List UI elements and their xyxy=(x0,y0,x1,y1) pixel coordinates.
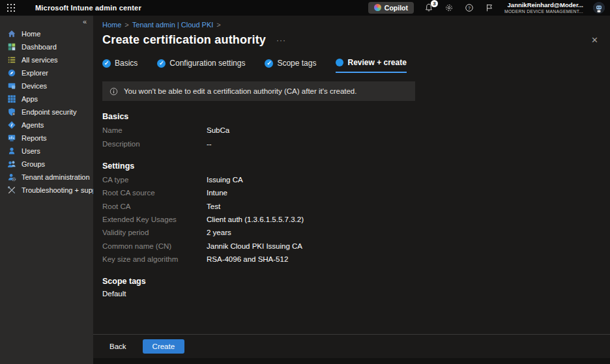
row-label: Common name (CN) xyxy=(102,242,207,250)
summary-row: Validity period 2 years xyxy=(102,226,610,239)
avatar[interactable] xyxy=(593,2,605,14)
sidebar-item-label: Tenant administration xyxy=(22,173,90,181)
sidebar-item-users[interactable]: Users xyxy=(0,145,93,158)
explorer-icon xyxy=(7,68,16,77)
tab-review-create[interactable]: Review + create xyxy=(336,58,406,73)
avatar-image xyxy=(593,2,605,14)
apps-icon xyxy=(7,94,16,104)
summary-row: Key size and algorithm RSA-4096 and SHA-… xyxy=(102,253,610,266)
copilot-icon xyxy=(374,4,381,11)
bottom-strip xyxy=(93,358,610,364)
summary-row: Root CA Test xyxy=(102,200,610,213)
sidebar-item-tenant-administration[interactable]: Tenant administration xyxy=(0,171,93,184)
sidebar-item-troubleshooting[interactable]: Troubleshooting + support xyxy=(0,184,93,197)
sidebar-item-all-services[interactable]: All services xyxy=(0,53,93,66)
waffle-grid-icon xyxy=(7,4,15,12)
devices-icon xyxy=(7,81,16,91)
sidebar-item-label: Devices xyxy=(22,82,47,90)
settings-button[interactable] xyxy=(444,3,454,13)
back-button[interactable]: Back xyxy=(102,339,134,354)
row-value: Jannik Cloud PKI Issuing CA xyxy=(207,242,302,250)
tab-label: Configuration settings xyxy=(169,59,245,68)
row-label: Validity period xyxy=(102,229,207,236)
breadcrumb: Home>Tenant admin | Cloud PKI> xyxy=(93,16,610,29)
groups-icon xyxy=(7,160,16,169)
sidebar-item-agents[interactable]: Agents xyxy=(0,119,93,132)
create-button[interactable]: Create xyxy=(143,339,185,354)
topbar-actions: Copilot 3 ? Jan xyxy=(368,1,605,14)
breadcrumb-cloud-pki-link[interactable]: Tenant admin | Cloud PKI xyxy=(132,21,214,29)
tab-basics[interactable]: ✓ Basics xyxy=(102,58,138,73)
sidebar-item-label: Groups xyxy=(22,160,45,168)
tab-label: Review + create xyxy=(347,58,406,67)
account-menu[interactable]: JannikReinhard@Moder... MODERN DEVICE MA… xyxy=(504,1,583,14)
row-label: CA type xyxy=(102,176,207,184)
wizard-footer: Back Create xyxy=(93,334,610,358)
breadcrumb-separator: > xyxy=(124,21,128,29)
notifications-button[interactable]: 3 xyxy=(424,3,434,13)
sidebar: « Home Dashboard xyxy=(0,16,93,364)
info-banner: You won't be able to edit a certificatio… xyxy=(102,81,415,101)
sidebar-item-label: Dashboard xyxy=(22,43,57,51)
reports-icon xyxy=(7,133,16,143)
breadcrumb-separator: > xyxy=(216,21,220,29)
tenant-admin-icon xyxy=(7,173,16,182)
sidebar-item-apps[interactable]: Apps xyxy=(0,92,93,105)
wizard-tabs: ✓ Basics ✓ Configuration settings ✓ Scop… xyxy=(93,47,610,73)
dashboard-icon xyxy=(7,42,16,51)
sidebar-item-explorer[interactable]: Explorer xyxy=(0,66,93,79)
top-bar: Microsoft Intune admin center Copilot 3 … xyxy=(0,0,610,16)
user-name: JannikReinhard@Moder... xyxy=(504,1,583,8)
user-icon xyxy=(7,147,16,156)
app-title: Microsoft Intune admin center xyxy=(35,4,141,12)
copilot-button[interactable]: Copilot xyxy=(368,2,414,14)
feedback-button[interactable] xyxy=(484,3,495,13)
row-value: 2 years xyxy=(207,229,231,236)
app-launcher-icon[interactable] xyxy=(4,2,18,14)
page-title: Create certification authority xyxy=(102,33,266,47)
sidebar-item-label: All services xyxy=(22,56,58,64)
sidebar-item-label: Reports xyxy=(22,134,47,142)
shield-icon xyxy=(7,107,16,117)
svg-text:?: ? xyxy=(468,6,471,10)
breadcrumb-home-link[interactable]: Home xyxy=(102,21,121,29)
section-title-scope-tags: Scope tags xyxy=(102,277,610,286)
summary-row: Extended Key Usages Client auth (1.3.6.1… xyxy=(102,213,610,226)
summary-row: Description -- xyxy=(102,137,610,150)
tab-label: Scope tags xyxy=(277,59,316,68)
sidebar-item-home[interactable]: Home xyxy=(0,27,93,40)
section-title-basics: Basics xyxy=(102,112,610,121)
row-label: Key size and algorithm xyxy=(102,255,207,263)
sidebar-collapse-button[interactable]: « xyxy=(83,17,87,27)
feedback-icon xyxy=(485,3,494,12)
sidebar-item-label: Apps xyxy=(22,95,38,103)
sidebar-item-reports[interactable]: Reports xyxy=(0,132,93,145)
row-value: Test xyxy=(207,203,220,210)
row-value: Intune xyxy=(207,189,227,197)
user-organization: MODERN DEVICE MANAGEMENT... xyxy=(504,9,583,14)
help-button[interactable]: ? xyxy=(464,3,474,13)
sidebar-item-groups[interactable]: Groups xyxy=(0,158,93,171)
tab-scope-tags[interactable]: ✓ Scope tags xyxy=(265,58,316,73)
sidebar-item-devices[interactable]: Devices xyxy=(0,79,93,92)
row-label: Root CA xyxy=(102,203,207,210)
summary-row: Common name (CN) Jannik Cloud PKI Issuin… xyxy=(102,240,610,253)
sidebar-item-dashboard[interactable]: Dashboard xyxy=(0,40,93,53)
summary-row: CA type Issuing CA xyxy=(102,173,610,186)
copilot-label: Copilot xyxy=(385,4,408,12)
help-icon: ? xyxy=(465,3,474,12)
info-banner-text: You won't be able to edit a certificatio… xyxy=(124,87,356,95)
sidebar-item-label: Home xyxy=(22,30,40,38)
sidebar-item-label: Agents xyxy=(22,121,44,129)
row-value: RSA-4096 and SHA-512 xyxy=(207,255,288,263)
check-icon: ✓ xyxy=(265,59,273,68)
tab-configuration-settings[interactable]: ✓ Configuration settings xyxy=(157,58,245,73)
sidebar-item-endpoint-security[interactable]: Endpoint security xyxy=(0,105,93,119)
close-icon[interactable]: ✕ xyxy=(591,35,598,45)
agents-icon xyxy=(7,120,16,130)
row-label: Extended Key Usages xyxy=(102,216,207,223)
troubleshooting-icon xyxy=(7,186,16,195)
row-value: SubCa xyxy=(207,126,229,134)
more-options-icon[interactable]: ··· xyxy=(276,36,286,45)
notification-count-badge: 3 xyxy=(431,0,438,7)
